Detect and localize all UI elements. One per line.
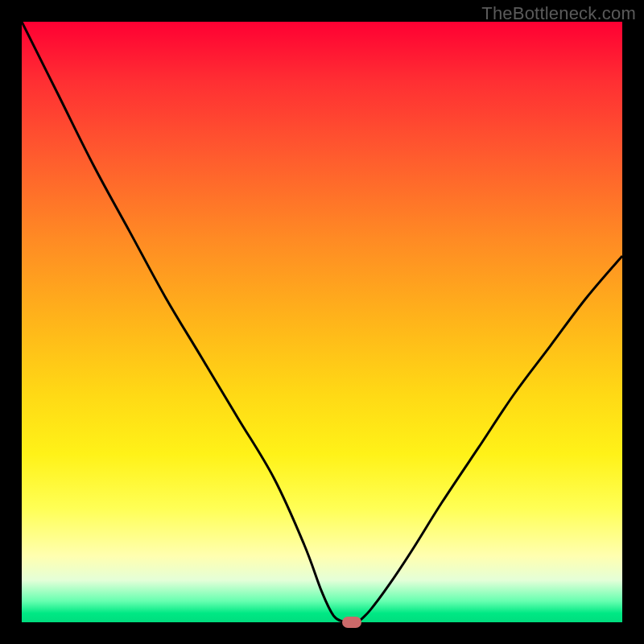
plot-area [22,22,622,622]
chart-frame: TheBottleneck.com [0,0,644,644]
curve-right [358,256,622,622]
curve-left [22,22,346,622]
minimum-marker [342,617,361,628]
bottleneck-curve [22,22,622,622]
